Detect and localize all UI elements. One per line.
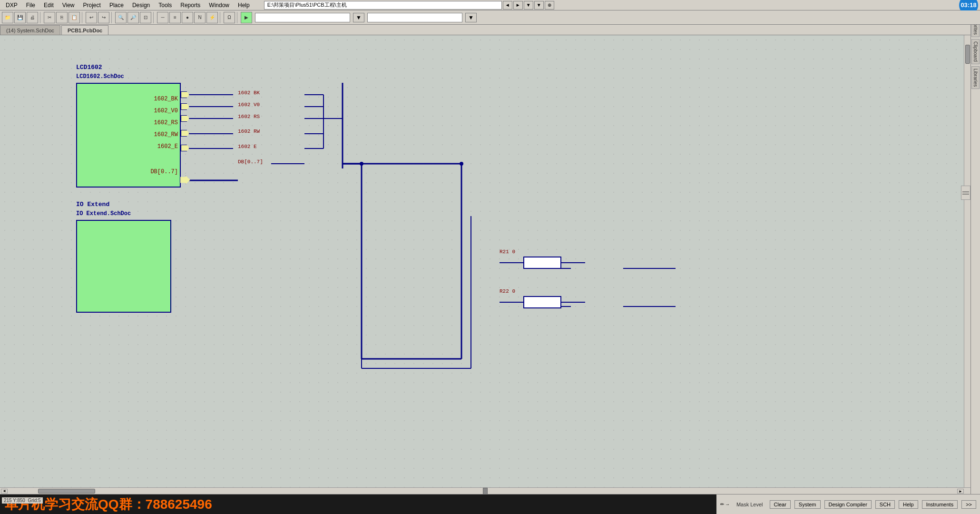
port-1602-rw: 1602_RW [154,129,178,141]
status-bar: 单片机学习交流QQ群：788625496 ✏ → Mask Level Clea… [0,494,980,514]
status-right: ✏ → Mask Level Clear System Design Compi… [716,500,980,509]
hscroll-thumb[interactable] [38,489,95,494]
tb-sep1 [40,12,42,23]
svg-point-28 [360,162,363,166]
project-path: E:\邦策项目\Plus51\PCB工程\主机 [264,1,502,10]
sch-button[interactable]: SCH [875,500,895,509]
resize-line1 [962,191,969,192]
io-extend-block[interactable] [76,220,171,313]
schematic-content: LCD1602 LCD1602.SchDoc 1602_BK 1602_V0 1… [0,35,970,494]
tb-netlabel[interactable]: N [194,12,206,23]
arrow-1602-e [181,145,189,151]
panel-libraries[interactable]: Libraries [971,66,980,89]
menu-reports[interactable]: Reports [176,1,204,10]
tb-comp[interactable]: Ω [224,12,235,23]
tb-sep6 [237,12,239,23]
port-1602-bk: 1602_BK [154,93,178,105]
netlabel-1602-v0: 1602 V0 [238,102,260,108]
port-1602-e: 1602_E [154,141,178,153]
menu-project[interactable]: Project [79,1,105,10]
arrow-1602-bk [181,91,189,98]
netlabel-1602-rs: 1602 RS [238,114,260,119]
tb-copy[interactable]: ⎘ [56,12,68,23]
tb-zoomout[interactable]: 🔎 [127,12,139,23]
tb-print[interactable]: 🖨 [27,12,38,23]
netlabel-1602-bk: 1602 BK [238,90,260,96]
menu-place[interactable]: Place [106,1,127,10]
tab-pcb-doc[interactable]: PCB1.PcbDoc [61,25,108,35]
tb-sep2 [82,12,84,23]
menu-design[interactable]: Design [128,1,154,10]
menu-view[interactable]: View [59,1,78,10]
tb-run[interactable]: ▶ [241,12,252,23]
nav-refresh[interactable]: ⊕ [545,1,554,10]
menu-edit[interactable]: Edit [40,1,58,10]
schematic-canvas[interactable]: LCD1602 LCD1602.SchDoc 1602_BK 1602_V0 1… [0,35,970,494]
tb-paste[interactable]: 📋 [69,12,80,23]
menu-window[interactable]: Window [205,1,233,10]
hscroll-left[interactable]: ◄ [1,489,8,494]
lcd1602-title2: LCD1602.SchDoc [76,73,124,80]
main-toolbar: 📁 💾 🖨 ✂ ⎘ 📋 ↩ ↪ 🔍 🔎 ⊡ ─ ≡ ● N ⚡ Ω ▶ ▼ ▼ [0,10,980,25]
coordinates-display: 215 Y:850 Grid:5 [2,497,43,504]
arrow-1602-rw [181,130,189,137]
io-extend-title1: IO Extend [76,201,109,208]
system-button[interactable]: System [794,500,821,509]
tb-fit[interactable]: ⊡ [140,12,151,23]
nav-back[interactable]: ◄ [503,1,512,10]
arrow-1602-v0 [181,103,189,110]
port-1602-rs: 1602_RS [154,117,178,129]
vscroll-thumb[interactable] [965,45,970,64]
right-panel: Favorites Clipboard Libraries [970,10,980,514]
resize-handle[interactable] [961,186,970,200]
netlabel-db07: DB[0..7] [238,159,263,165]
arrow-db [180,176,190,184]
menu-tools[interactable]: Tools [155,1,176,10]
tb-undo[interactable]: ↩ [86,12,97,23]
design-compiler-button[interactable]: Design Compiler [824,500,872,509]
resize-line2 [962,193,969,193]
tb-power[interactable]: ⚡ [206,12,218,23]
tb-redo[interactable]: ↪ [98,12,109,23]
tb-dropdown2[interactable]: ▼ [465,13,477,22]
tb-sep5 [220,12,222,23]
tb-sep3 [111,12,113,23]
r21-block: R21 0 [500,257,585,269]
tb-dropdown1[interactable]: ▼ [353,13,364,22]
vertical-scrollbar[interactable] [964,35,970,487]
panel-clipboard[interactable]: Clipboard [971,39,980,64]
tab-bar: (14) System.SchDoc PCB1.PcbDoc [0,25,970,35]
menu-dxp[interactable]: DXP [2,1,21,10]
mask-level-label: Mask Level [734,501,766,508]
menu-help[interactable]: Help [234,1,254,10]
hscroll-right[interactable]: ► [957,489,964,494]
nav-dropdown2[interactable]: ▼ [534,1,544,10]
hscroll-center-marker [483,488,488,494]
tb-junction[interactable]: ● [182,12,193,23]
lcd1602-title1: LCD1602 [76,64,102,71]
netlabel-1602-rw: 1602 RW [238,128,260,134]
horizontal-scrollbar[interactable]: ◄ ► [0,487,970,494]
menu-file[interactable]: File [22,1,39,10]
svg-point-29 [460,162,463,166]
nav-dropdown1[interactable]: ▼ [524,1,533,10]
menu-bar: DXP File Edit View Project Place Design … [0,0,980,10]
arrow-icon: → [725,502,730,507]
tb-zoomin[interactable]: 🔍 [115,12,127,23]
resize-line3 [962,194,969,195]
tb-cut[interactable]: ✂ [44,12,55,23]
pencil-icon[interactable]: ✏ [720,502,724,507]
instruments-button[interactable]: Instruments [922,500,958,509]
expand-button[interactable]: >> [961,500,976,509]
r22-block: R22 0 [500,296,585,308]
nav-forward[interactable]: ► [513,1,523,10]
clear-button[interactable]: Clear [770,500,791,509]
tb-open[interactable]: 📁 [2,12,13,23]
help-button[interactable]: Help [899,500,918,509]
tb-wire[interactable]: ─ [157,12,168,23]
tb-bus[interactable]: ≡ [169,12,181,23]
status-coord-area: ✏ → [720,502,730,507]
lcd1602-block[interactable]: 1602_BK 1602_V0 1602_RS 1602_RW 1602_E D… [76,83,181,188]
tb-save[interactable]: 💾 [14,12,26,23]
tab-system-schdoc[interactable]: (14) System.SchDoc [0,25,60,35]
